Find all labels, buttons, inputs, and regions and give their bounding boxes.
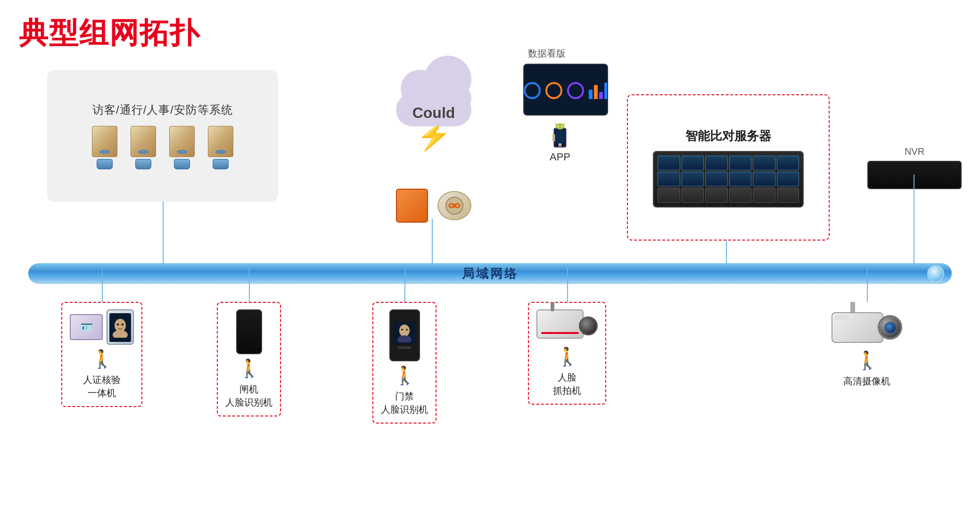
svg-point-15 (399, 324, 410, 337)
rack-drive (729, 156, 752, 170)
person-row: 🚶 (91, 349, 113, 369)
rack-drives (654, 152, 803, 207)
network-bus: 局域网络 (28, 263, 952, 284)
rack-drive (682, 188, 704, 202)
dash-bar (589, 90, 593, 99)
connector-nvr-bus (914, 175, 914, 264)
device-label-2: 闸机 人脸识别机 (225, 383, 272, 409)
dash-circle-orange (545, 82, 562, 99)
hd-camera-group (832, 308, 902, 346)
door-face-box: 🚶 门禁 人脸识别机 (372, 302, 436, 424)
person-icon-1: 🚶 (91, 349, 113, 369)
dashboard-content (523, 76, 608, 103)
svg-point-11 (115, 319, 126, 332)
svg-line-8 (564, 123, 565, 124)
device-id-verification: 🪪 🚶 人证核验 一体机 (61, 302, 142, 407)
connector-smartserver-bus (726, 241, 727, 264)
nvr-group: NVR (867, 146, 962, 189)
device-label-1: 人证核验 一体机 (83, 373, 121, 399)
face-terminal-svg (396, 324, 413, 342)
face-icon (112, 318, 129, 338)
dashboard-label: 数据看版 (528, 47, 566, 60)
connector-turnstile-bus (249, 263, 250, 302)
connector-systems-bus (163, 202, 164, 264)
svg-point-16 (397, 335, 412, 342)
server-tower-icon (208, 126, 233, 157)
device-label-5: 高清摄像机 (843, 374, 890, 388)
face-display-screen (109, 313, 131, 342)
svg-point-14 (122, 323, 124, 325)
svg-point-12 (113, 330, 128, 338)
person-icon-3: 🚶 (394, 365, 416, 386)
box-camera-group (536, 309, 598, 342)
svg-point-13 (117, 323, 119, 325)
rack-drive (777, 172, 799, 186)
server-cylinder-icon (97, 159, 113, 169)
face-display-icon (107, 309, 134, 345)
dashboard-screen (523, 64, 608, 116)
device-label-3: 门禁 人脸识别机 (381, 390, 428, 416)
rack-drive (753, 172, 775, 186)
dashboard-group: 数据看版 (523, 47, 608, 116)
connector-facecapture-bus (567, 263, 568, 302)
server-cylinder-icon (135, 159, 151, 169)
app-label: APP (550, 151, 570, 163)
android-icon (547, 123, 573, 149)
rack-drive (658, 188, 680, 202)
rack-drive (705, 156, 728, 170)
svg-point-1 (453, 204, 456, 208)
server-unit-3 (169, 126, 195, 169)
connector-door-bus (404, 263, 405, 302)
server-unit-2 (131, 126, 156, 169)
device-door-face: 🚶 门禁 人脸识别机 (372, 302, 436, 424)
server-tower-icon (131, 126, 156, 157)
rack-drive (705, 188, 728, 202)
servers-row (92, 126, 233, 169)
server-unit-1 (92, 126, 117, 169)
network-bus-endpoint (927, 265, 944, 282)
systems-box-label: 访客/通行/人事/安防等系统 (92, 102, 233, 117)
cloud-group: Could ⚡ (387, 70, 481, 150)
rack-drive (705, 172, 728, 186)
svg-point-6 (561, 125, 562, 127)
server-tower-icon (92, 126, 117, 157)
rack-drive (682, 156, 704, 170)
rack-drive (729, 172, 752, 186)
face-capture-box: 🚶 人脸 抓拍机 (528, 302, 606, 405)
connector-cloud-bus (432, 219, 433, 264)
person-icon-5: 🚶 (856, 350, 878, 371)
svg-point-4 (555, 124, 564, 130)
device-hd-camera: 🚶 高清摄像机 (825, 302, 909, 394)
app-group: APP (547, 123, 573, 163)
rack-drive (658, 156, 680, 170)
face-terminal-icon (389, 309, 420, 361)
id-verify-box: 🪪 🚶 人证核验 一体机 (61, 302, 142, 407)
person-row-5: 🚶 (856, 350, 878, 371)
camera-top-detail (834, 315, 848, 320)
server-cylinder-icon (174, 159, 190, 169)
rack-drive (777, 156, 799, 170)
turnstile-phone-icon (236, 309, 262, 354)
box-camera-icon (536, 309, 584, 339)
connector-hdcam-bus (867, 263, 868, 302)
nvr-label: NVR (905, 146, 924, 157)
server-unit-4 (208, 126, 233, 169)
svg-rect-9 (552, 134, 555, 141)
camera-lens-icon (579, 316, 598, 335)
rack-drive (777, 188, 799, 202)
page-title: 典型组网拓扑 (19, 13, 200, 53)
face-terminal-screen (393, 322, 416, 344)
dash-bar (604, 83, 608, 99)
camera-arm (850, 302, 855, 312)
rack-drive (658, 172, 680, 186)
id-reader-icon: 🪪 (70, 314, 103, 340)
hd-camera-lens (878, 315, 902, 340)
rack-drive (682, 172, 704, 186)
camera-mount (551, 302, 554, 311)
dash-bar (599, 92, 603, 99)
nvr-box-icon (867, 161, 962, 189)
svg-line-7 (555, 123, 556, 124)
dash-circle-blue (524, 82, 541, 99)
svg-point-5 (557, 125, 559, 127)
systems-box: 访客/通行/人事/安防等系统 (47, 70, 278, 202)
